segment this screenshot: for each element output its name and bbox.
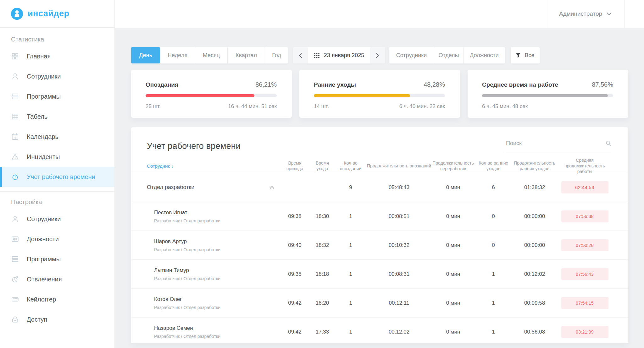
warning-icon xyxy=(11,153,19,161)
progress-track xyxy=(314,94,445,97)
search-icon[interactable] xyxy=(605,140,612,147)
column-header-employee[interactable]: Сотрудник↓ xyxy=(147,163,280,169)
collapse-chevron-icon[interactable] xyxy=(270,186,274,189)
employee-name: Котов Олег xyxy=(154,296,280,302)
table-icon xyxy=(11,112,19,121)
avg-work-badge: 07:56:43 xyxy=(561,268,608,280)
controls-row: День Неделя Месяц Квартал Год 23 января … xyxy=(131,47,628,63)
cell-early-duration: 00:56:08 xyxy=(512,329,557,335)
rows-icon xyxy=(11,92,19,101)
user-menu[interactable]: Администратор xyxy=(546,0,625,28)
prev-date-button[interactable] xyxy=(293,47,308,63)
sidebar-item-label: Учет рабочего времени xyxy=(27,173,100,181)
sidebar-item-distractions[interactable]: Отвлечения xyxy=(0,269,114,289)
table-row: Лыткин ТимурРазработчик / Отдел разработ… xyxy=(131,260,628,289)
keyboard-icon xyxy=(11,295,19,303)
chevron-left-icon xyxy=(299,53,302,58)
sidebar-item-timesheet[interactable]: Табель xyxy=(0,106,114,127)
stopwatch-icon xyxy=(11,173,19,181)
cell-departure: 18:32 xyxy=(310,242,335,248)
avg-work-badge: 07:56:38 xyxy=(561,210,608,222)
next-date-button[interactable] xyxy=(370,47,385,63)
sidebar-item-calendar[interactable]: Календарь xyxy=(0,127,114,147)
tab-positions[interactable]: Должности xyxy=(464,47,505,63)
stat-count: 14 шт. xyxy=(314,103,329,110)
sidebar-item-keylogger[interactable]: Кейлоггер xyxy=(0,289,114,309)
avg-work-badge: 07:54:15 xyxy=(561,297,608,309)
column-header-early-duration: Продолжительность ранних уходов xyxy=(512,160,557,171)
worktime-table-card: Учет рабочего времени Сотрудник↓ Время п… xyxy=(131,127,628,343)
tab-quarter[interactable]: Квартал xyxy=(228,47,265,63)
sidebar-item-label: Программы xyxy=(27,93,66,101)
progress-fill xyxy=(482,94,608,97)
cell-arrival: 09:42 xyxy=(280,329,310,335)
table-row: Пестов ИгнатРазработчик / Отдел разработ… xyxy=(131,202,628,231)
tab-week[interactable]: Неделя xyxy=(160,47,195,63)
progress-track xyxy=(146,94,277,97)
progress-fill xyxy=(314,94,410,97)
tab-employees[interactable]: Сотрудники xyxy=(389,47,434,63)
search-input[interactable] xyxy=(505,140,601,147)
stat-count: 25 шт. xyxy=(146,103,161,110)
sidebar-item-positions[interactable]: Должности xyxy=(0,229,114,249)
tab-departments[interactable]: Отделы xyxy=(434,47,464,63)
employee-role: Разработчик / Отдел разработки xyxy=(154,305,280,310)
sidebar-item-settings-programs[interactable]: Программы xyxy=(0,249,114,269)
sidebar-section-statistics: Статистика Главная Сотрудники Программы … xyxy=(0,36,114,187)
logo[interactable]: инсайдер xyxy=(0,0,114,28)
cell-early-count: 0 xyxy=(475,242,512,248)
tab-year[interactable]: Год xyxy=(265,47,288,63)
cell-early-count: 1 xyxy=(475,300,512,306)
cell-overtime: 0 мин xyxy=(432,213,475,220)
table-row: Котов ОлегРазработчик / Отдел разработки… xyxy=(131,289,628,318)
date-picker[interactable]: 23 января 2025 xyxy=(308,47,370,63)
cell-early-duration: 00:09:58 xyxy=(512,300,557,306)
cell-late-duration: 00:08:51 xyxy=(366,213,432,220)
sidebar-item-label: Сотрудники xyxy=(27,215,66,223)
cell-late-count: 1 xyxy=(335,213,366,220)
cell-late-duration: 00:12:02 xyxy=(366,329,432,335)
table-title: Учет рабочего времени xyxy=(147,141,241,151)
search-box xyxy=(505,140,613,151)
avg-work-badge: 03:21:09 xyxy=(561,326,608,338)
column-header-avg-work: Средняя продолжительность работы xyxy=(557,157,613,175)
cell-departure: 18:18 xyxy=(310,271,335,277)
column-header-early-count: Кол-во ранних уходов xyxy=(475,160,512,171)
stat-duration: 6 ч. 45 мин. 48 сек xyxy=(482,103,528,110)
sidebar-item-settings-employees[interactable]: Сотрудники xyxy=(0,209,114,229)
sidebar-item-label: Календарь xyxy=(27,133,64,141)
period-tabs: День Неделя Месяц Квартал Год xyxy=(131,47,288,63)
sidebar-item-label: Программы xyxy=(27,255,66,263)
user-icon xyxy=(11,72,19,80)
cell-early-count: 1 xyxy=(475,271,512,277)
employee-role: Разработчик / Отдел разработки xyxy=(154,334,280,339)
cell-late-duration: 05:48:43 xyxy=(366,184,432,191)
sidebar-item-label: Сотрудники xyxy=(27,73,66,80)
tab-day[interactable]: День xyxy=(131,47,160,63)
cell-overtime: 0 мин xyxy=(432,300,475,306)
sidebar-item-main[interactable]: Главная xyxy=(0,46,114,66)
stat-title: Ранние уходы xyxy=(314,81,356,88)
chevron-down-icon xyxy=(607,12,612,15)
cell-early-duration: 00:00:00 xyxy=(512,242,557,248)
sidebar-section-settings: Настройка Сотрудники Должности Программы… xyxy=(0,191,114,329)
sidebar-item-programs[interactable]: Программы xyxy=(0,86,114,106)
section-label: Настройка xyxy=(11,198,114,206)
stat-percent: 87,56% xyxy=(592,81,613,88)
avg-work-badge: 62:44:53 xyxy=(561,181,608,193)
sidebar-item-worktime[interactable]: Учет рабочего времени xyxy=(0,167,114,187)
sidebar-item-incidents[interactable]: Инциденты xyxy=(0,147,114,167)
sidebar-item-access[interactable]: Доступ xyxy=(0,309,114,329)
cell-late-count: 1 xyxy=(335,242,366,248)
employee-role: Разработчик / Отдел разработки xyxy=(154,276,280,281)
filter-button[interactable]: Все xyxy=(511,47,540,63)
cell-early-duration: 01:38:32 xyxy=(512,184,557,191)
cell-arrival: 09:38 xyxy=(280,213,310,220)
cell-arrival: 09:42 xyxy=(280,300,310,306)
sidebar-item-label: Главная xyxy=(27,52,56,60)
stat-duration: 16 ч. 44 мин. 51 сек xyxy=(228,103,277,110)
sidebar-item-employees[interactable]: Сотрудники xyxy=(0,66,114,86)
tab-month[interactable]: Месяц xyxy=(195,47,228,63)
sidebar-item-label: Кейлоггер xyxy=(27,296,61,303)
column-header-departure: Время ухода xyxy=(310,160,335,171)
